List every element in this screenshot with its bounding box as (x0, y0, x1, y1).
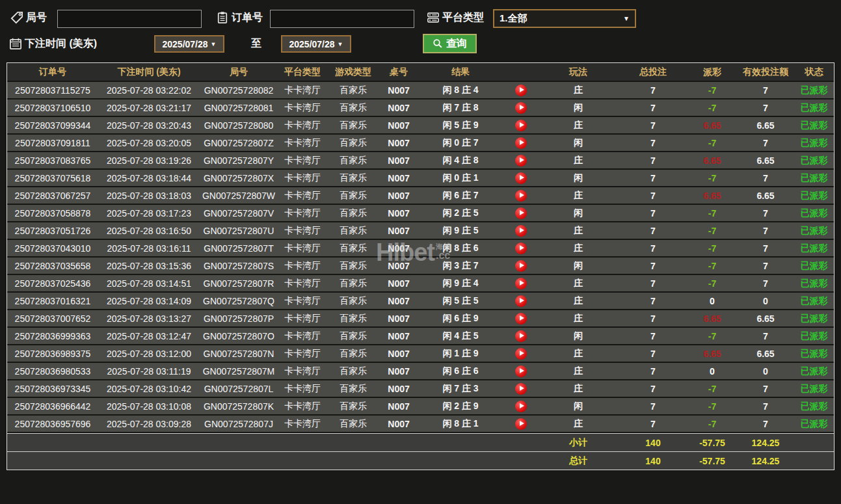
platform-type-select[interactable]: 1.全部 ▼ (493, 9, 636, 28)
play-video-icon[interactable] (515, 330, 527, 342)
play-video-icon[interactable] (515, 120, 527, 131)
cell-payout: -7 (689, 419, 736, 429)
cell-status: 已派彩 (795, 418, 833, 430)
column-header: 有效投注额 (736, 66, 795, 78)
cell-status: 已派彩 (795, 225, 833, 237)
cell-table-no: N007 (379, 103, 418, 113)
cell-platform: 卡卡湾厅 (278, 418, 327, 430)
play-video-icon[interactable] (515, 243, 527, 254)
cell-payout: 6.65 (689, 349, 736, 359)
cell-status: 已派彩 (795, 313, 833, 325)
total-row: 总计 140 -57.75 124.25 (7, 451, 834, 470)
play-video-icon[interactable] (515, 207, 527, 219)
round-no-label: 局号 (26, 11, 47, 25)
cell-platform: 卡卡湾厅 (278, 278, 327, 289)
cell-round-no: GN0072572807W (200, 191, 278, 201)
cell-total-bet: 7 (617, 243, 689, 254)
cell-valid-bet: 7 (736, 331, 795, 341)
cell-bet-time: 2025-07-28 03:22:02 (98, 85, 200, 96)
cell-status: 已派彩 (795, 401, 833, 412)
cell-result: 闲 0 庄 1 (418, 172, 503, 184)
play-video-icon[interactable] (515, 383, 527, 395)
play-video-icon[interactable] (515, 365, 527, 377)
cell-game-type: 百家乐 (327, 102, 379, 114)
cell-payout: -7 (689, 401, 736, 412)
play-video-icon[interactable] (515, 313, 527, 325)
round-no-input[interactable] (57, 10, 202, 28)
play-video-icon[interactable] (515, 225, 527, 237)
column-header: 游戏类型 (327, 66, 379, 78)
play-video-icon[interactable] (515, 278, 527, 289)
cell-play-type: 庄 (539, 278, 617, 289)
cell-play-type: 庄 (539, 295, 617, 307)
table-row: 2507280370254362025-07-28 03:14:51GN0072… (7, 275, 834, 293)
cell-total-bet: 7 (617, 85, 689, 96)
play-video-icon[interactable] (515, 401, 527, 412)
cell-result: 闲 2 庄 9 (418, 401, 503, 412)
cell-play-type: 闲 (539, 330, 617, 342)
cell-bet-time: 2025-07-28 03:13:27 (98, 313, 200, 324)
play-video-icon[interactable] (515, 260, 527, 272)
cell-table-no: N007 (379, 349, 418, 359)
play-cell (503, 172, 539, 184)
play-cell (503, 383, 539, 395)
cell-bet-time: 2025-07-28 03:18:44 (98, 173, 200, 183)
cell-play-type: 闲 (539, 401, 617, 412)
play-video-icon[interactable] (515, 137, 527, 149)
table-row: 2507280369733452025-07-28 03:10:42GN0072… (7, 380, 834, 398)
cell-game-type: 百家乐 (327, 295, 379, 307)
date-from-picker[interactable]: 2025/07/28 ▼ (154, 35, 224, 53)
order-no-input[interactable] (270, 10, 414, 28)
cell-result: 闲 8 庄 4 (418, 85, 503, 96)
cell-result: 闲 9 庄 4 (418, 278, 503, 289)
cell-platform: 卡卡湾厅 (278, 243, 327, 254)
table-row: 2507280371152752025-07-28 03:22:02GN0072… (7, 82, 834, 99)
cell-payout: 6.65 (689, 120, 736, 131)
cell-result: 闲 1 庄 9 (418, 348, 503, 360)
play-cell (503, 295, 539, 307)
search-button[interactable]: 查询 (423, 34, 477, 53)
cell-payout: 6.65 (689, 313, 736, 324)
play-video-icon[interactable] (515, 172, 527, 184)
cell-total-bet: 7 (617, 349, 689, 359)
cell-game-type: 百家乐 (327, 401, 379, 412)
cell-order-no: 250728037007652 (7, 313, 98, 324)
cell-valid-bet: 0 (736, 366, 795, 377)
cell-valid-bet: 7 (736, 401, 795, 412)
play-video-icon[interactable] (515, 348, 527, 360)
cell-order-no: 250728037083765 (7, 155, 98, 166)
play-video-icon[interactable] (515, 190, 527, 202)
play-video-icon[interactable] (515, 85, 527, 96)
play-video-icon[interactable] (515, 102, 527, 114)
cell-valid-bet: 7 (736, 278, 795, 289)
play-video-icon[interactable] (515, 418, 527, 430)
cell-status: 已派彩 (795, 295, 833, 307)
play-video-icon[interactable] (515, 155, 527, 166)
cell-platform: 卡卡湾厅 (278, 260, 327, 272)
cell-valid-bet: 7 (736, 173, 795, 183)
platform-type-value: 1.全部 (500, 12, 527, 25)
cell-play-type: 庄 (539, 85, 617, 96)
cell-bet-time: 2025-07-28 03:20:43 (98, 120, 200, 131)
cell-play-type: 庄 (539, 313, 617, 325)
cell-total-bet: 7 (617, 384, 689, 394)
cell-platform: 卡卡湾厅 (278, 102, 327, 114)
cell-play-type: 庄 (539, 190, 617, 202)
cell-valid-bet: 6.65 (736, 313, 795, 324)
cell-game-type: 百家乐 (327, 313, 379, 325)
cell-platform: 卡卡湾厅 (278, 365, 327, 377)
table-row: 2507280369993632025-07-28 03:12:47GN0072… (7, 328, 834, 345)
cell-total-bet: 7 (617, 120, 689, 131)
cell-game-type: 百家乐 (327, 85, 379, 96)
column-header: 局号 (200, 66, 278, 78)
play-video-icon[interactable] (515, 295, 527, 307)
cell-bet-time: 2025-07-28 03:14:51 (98, 278, 200, 289)
chevron-down-icon: ▼ (338, 41, 343, 47)
cell-order-no: 250728036980533 (7, 366, 98, 377)
cell-platform: 卡卡湾厅 (278, 85, 327, 96)
date-to-picker[interactable]: 2025/07/28 ▼ (281, 35, 351, 53)
cell-result: 闲 2 庄 5 (418, 207, 503, 219)
cell-order-no: 250728037051726 (7, 226, 98, 236)
cell-total-bet: 7 (617, 173, 689, 183)
cell-payout: -7 (689, 226, 736, 236)
